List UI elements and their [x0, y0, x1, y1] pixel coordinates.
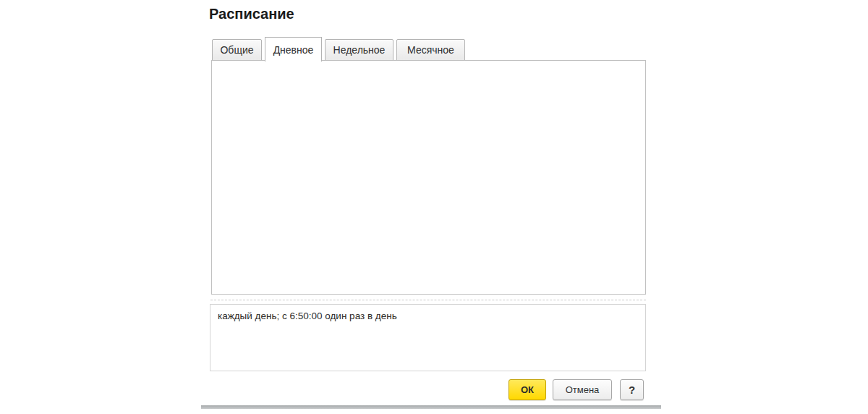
- cancel-button[interactable]: Отмена: [553, 379, 612, 400]
- separator: [210, 300, 646, 300]
- window-bottom-edge: [201, 405, 661, 409]
- summary-text: каждый день; с 6:50:00 один раз в день: [218, 310, 397, 321]
- page-title: Расписание: [209, 6, 294, 22]
- ok-button[interactable]: ОК: [509, 379, 546, 400]
- schedule-dialog: Расписание Общие Дневное Недельное Месяч…: [0, 0, 868, 414]
- tab-general[interactable]: Общие: [212, 39, 262, 61]
- tab-weekly[interactable]: Недельное: [325, 39, 393, 61]
- cancel-button-label: Отмена: [566, 384, 600, 395]
- help-button-label: ?: [629, 384, 635, 396]
- tab-weekly-label: Недельное: [333, 44, 386, 56]
- summary-box: каждый день; с 6:50:00 один раз в день: [210, 304, 646, 371]
- tab-daily-label: Дневное: [273, 44, 314, 56]
- daily-tab-panel: [211, 60, 646, 295]
- tab-general-label: Общие: [220, 44, 253, 56]
- tab-daily[interactable]: Дневное: [265, 37, 322, 62]
- tab-monthly[interactable]: Месячное: [396, 39, 465, 61]
- tab-monthly-label: Месячное: [407, 44, 454, 56]
- help-button[interactable]: ?: [620, 379, 644, 400]
- ok-button-label: ОК: [521, 384, 534, 395]
